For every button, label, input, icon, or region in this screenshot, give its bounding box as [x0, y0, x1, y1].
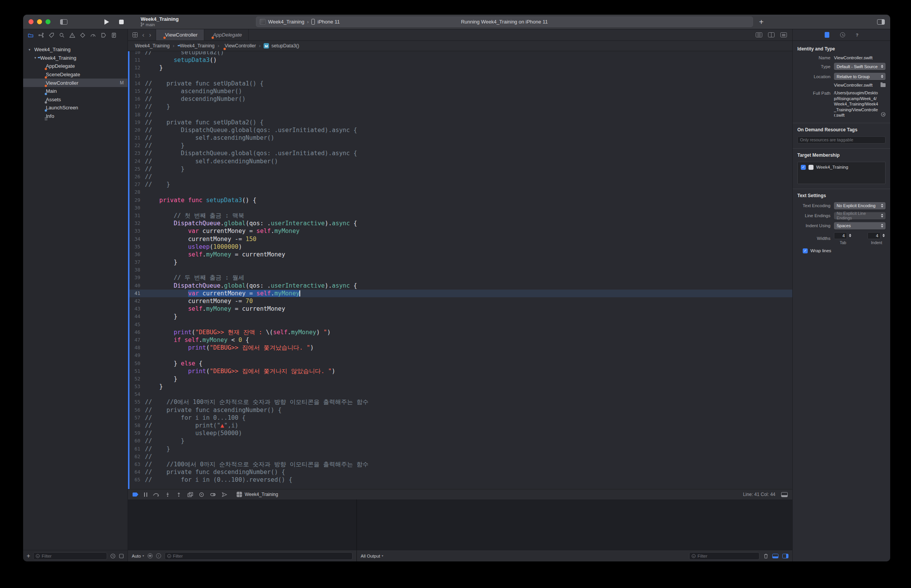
file-inspector-icon[interactable] — [825, 32, 829, 38]
info-icon[interactable]: i — [156, 553, 161, 558]
scheme-selector[interactable]: Week4_Training › iPhone 11 — [260, 19, 340, 25]
project-navigator-icon[interactable] — [28, 32, 34, 38]
wrap-lines-checkbox[interactable]: ✓ — [803, 248, 808, 253]
code-line[interactable]: 57// for i in 0...100 { — [128, 414, 792, 422]
breadcrumb-item[interactable]: Week4_Training — [133, 43, 170, 49]
code-text[interactable]: // private func setUpData2() { — [145, 119, 792, 126]
code-text[interactable]: } — [145, 313, 792, 320]
code-line[interactable]: 44 } — [128, 313, 792, 320]
code-text[interactable]: } — [145, 258, 792, 266]
line-number[interactable]: 65 — [128, 476, 145, 484]
code-text[interactable]: // print("▲",i) — [145, 422, 792, 429]
breakpoints-toggle-icon[interactable] — [133, 493, 138, 497]
debug-view-hierarchy-icon[interactable] — [187, 492, 193, 497]
target-membership-row[interactable]: ✓ Week4_Training — [801, 165, 882, 170]
line-number[interactable]: 40 — [128, 282, 145, 290]
code-line[interactable]: 60// } — [128, 437, 792, 445]
clear-console-icon[interactable] — [763, 553, 768, 559]
code-text[interactable]: // } — [145, 181, 792, 188]
code-line[interactable]: 19// private func setUpData2() { — [128, 119, 792, 126]
code-line[interactable]: 35 usleep(1000000) — [128, 243, 792, 251]
line-number[interactable]: 31 — [128, 212, 145, 219]
navigator-filter-field[interactable] — [33, 552, 107, 560]
close-button[interactable] — [29, 19, 34, 24]
code-line[interactable]: 47 if self.myMoney < 0 { — [128, 336, 792, 344]
code-text[interactable]: print("DEBUG>> 집에서 쫓겨나지 않았습니다. ") — [145, 367, 792, 375]
code-text[interactable] — [145, 204, 792, 212]
file-tree-item[interactable]: LaunchScreen — [23, 104, 128, 112]
code-line[interactable]: 45 — [128, 321, 792, 328]
code-line[interactable]: 23// DispatchQueue.global(qos: .userInit… — [128, 149, 792, 157]
line-number[interactable]: 58 — [128, 422, 145, 429]
line-number[interactable]: 39 — [128, 274, 145, 281]
line-number[interactable]: 12 — [128, 64, 145, 72]
code-line[interactable]: 31 // 첫 번째 출금 : 맥북 — [128, 212, 792, 219]
code-line[interactable]: 55// //0에서 100까지 순차적으로 숫자과 방향 이모티콘을 출력해주… — [128, 398, 792, 406]
code-line[interactable]: 62// — [128, 453, 792, 461]
code-text[interactable]: // private func descendingNumber() { — [145, 468, 792, 476]
disclosure-triangle-icon[interactable]: ▾ — [33, 56, 38, 60]
code-line[interactable]: 39 // 두 번째 출금 : 월세 — [128, 274, 792, 281]
code-line[interactable]: 26// — [128, 173, 792, 181]
indent-using-dropdown[interactable]: Spaces — [834, 222, 886, 230]
line-number[interactable]: 54 — [128, 390, 145, 398]
code-line[interactable]: 49 — [128, 352, 792, 359]
code-line[interactable]: 52 } — [128, 375, 792, 383]
zoom-button[interactable] — [45, 19, 50, 24]
stop-button[interactable] — [119, 20, 124, 24]
tab-appdelegate[interactable]: AppDelegate — [204, 29, 249, 40]
code-text[interactable]: // } — [145, 142, 792, 149]
file-tree-item[interactable]: ▾Week4_Training — [23, 54, 128, 62]
line-number[interactable]: 36 — [128, 251, 145, 258]
line-number[interactable]: 43 — [128, 305, 145, 313]
code-text[interactable] — [145, 188, 792, 196]
code-text[interactable]: // 첫 번째 출금 : 맥북 — [145, 212, 792, 219]
line-number[interactable]: 61 — [128, 445, 145, 453]
step-over-icon[interactable] — [153, 492, 159, 497]
toggle-console-view-icon[interactable] — [782, 554, 788, 558]
toggle-inspector-icon[interactable] — [877, 19, 885, 25]
code-line[interactable]: 15// ascendingNumber() — [128, 87, 792, 95]
code-line[interactable]: 34 currentMoney -= 150 — [128, 235, 792, 243]
line-number[interactable]: 49 — [128, 352, 145, 359]
line-number[interactable]: 64 — [128, 468, 145, 476]
console-filter-field[interactable] — [689, 552, 760, 560]
line-number[interactable]: 52 — [128, 375, 145, 383]
line-number[interactable]: 22 — [128, 142, 145, 149]
line-number[interactable]: 13 — [128, 72, 145, 80]
code-line[interactable]: 25// } — [128, 165, 792, 173]
line-number[interactable]: 57 — [128, 414, 145, 422]
file-tree-item[interactable]: Main — [23, 87, 128, 95]
line-number[interactable]: 16 — [128, 95, 145, 103]
console-scope-dropdown[interactable]: All Output ▾ — [361, 554, 383, 558]
environment-overrides-icon[interactable] — [210, 492, 216, 497]
memory-graph-icon[interactable] — [199, 492, 204, 497]
line-number[interactable]: 14 — [128, 80, 145, 87]
line-number[interactable]: 10 — [128, 51, 145, 56]
text-encoding-dropdown[interactable]: No Explicit Encoding — [834, 202, 886, 209]
code-line[interactable]: 40 DispatchQueue.global(qos: .userIntera… — [128, 282, 792, 290]
code-line[interactable]: 56// private func ascendingNumber() { — [128, 406, 792, 414]
reveal-in-finder-icon[interactable] — [881, 112, 886, 118]
code-text[interactable]: } — [145, 383, 792, 390]
line-number[interactable]: 50 — [128, 360, 145, 367]
code-text[interactable]: self.myMoney = currentMoney — [145, 251, 792, 258]
issue-navigator-icon[interactable] — [69, 32, 75, 38]
file-tree-item[interactable]: Assets — [23, 95, 128, 104]
line-number[interactable]: 46 — [128, 328, 145, 336]
code-line[interactable]: 54 — [128, 390, 792, 398]
code-text[interactable] — [145, 321, 792, 328]
code-line[interactable]: 18// — [128, 111, 792, 119]
stepper-chevrons-icon[interactable] — [848, 234, 852, 238]
code-line[interactable]: 20// DispatchQueue.global(qos: .userInit… — [128, 126, 792, 134]
code-text[interactable]: // ascendingNumber() — [145, 87, 792, 95]
console-filter-input[interactable] — [698, 554, 757, 558]
code-line[interactable]: 11 setupData3() — [128, 56, 792, 64]
line-number[interactable]: 15 — [128, 87, 145, 95]
code-line[interactable]: 12 } — [128, 64, 792, 72]
debugged-app-badge[interactable]: Week4_Training — [237, 492, 278, 497]
report-navigator-icon[interactable] — [111, 32, 117, 38]
line-number[interactable]: 48 — [128, 344, 145, 352]
code-line[interactable]: 41 var currentMoney = self.myMoney — [128, 290, 792, 297]
code-text[interactable]: // 두 번째 출금 : 월세 — [145, 274, 792, 281]
